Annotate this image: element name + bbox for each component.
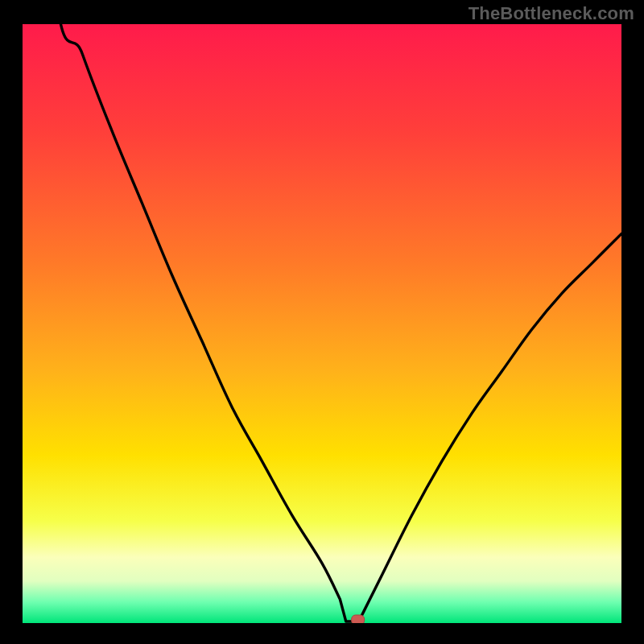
watermark-text: TheBottleneck.com [469, 3, 634, 24]
optimum-marker [352, 615, 365, 623]
gradient-background [23, 24, 621, 623]
chart-svg [23, 24, 621, 623]
chart-plot-area [23, 24, 621, 623]
chart-frame: TheBottleneck.com [0, 0, 644, 644]
